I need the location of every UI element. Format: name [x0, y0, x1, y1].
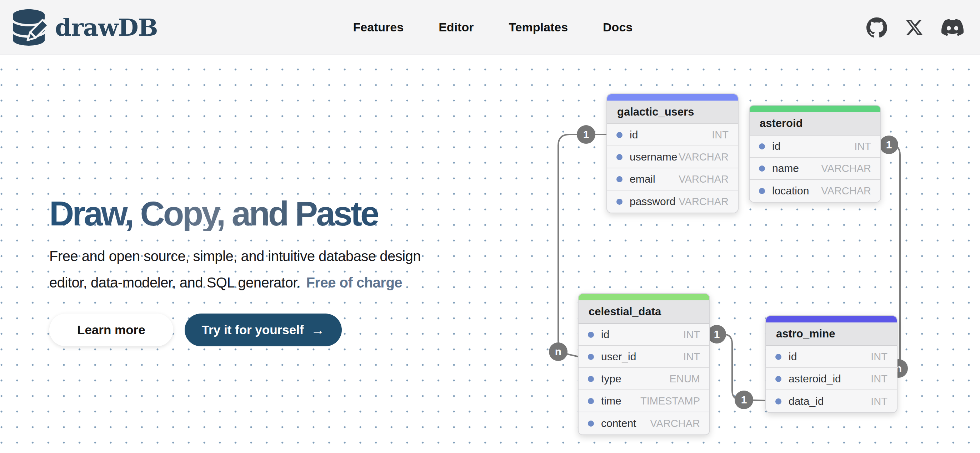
cardinality-badge-1: 1 — [577, 125, 595, 144]
field-dot-icon — [588, 332, 594, 338]
field-dot-icon — [775, 398, 781, 404]
discord-icon[interactable] — [942, 16, 964, 38]
field-dot-icon — [588, 398, 594, 404]
cardinality-badge-1: 1 — [708, 325, 726, 344]
field-type: INT — [871, 396, 888, 407]
table-title: celestial_data — [579, 300, 709, 324]
field-name: id — [601, 328, 609, 341]
table-asteroid: asteroididINTnameVARCHARlocationVARCHAR — [749, 105, 881, 203]
drawdb-logo[interactable]: drawDB — [13, 9, 158, 46]
table-astro_mine: astro_mineidINTasteroid_idINTdata_idINT — [765, 315, 897, 413]
nav-link-templates[interactable]: Templates — [509, 20, 568, 34]
field-dot-icon — [759, 143, 765, 149]
github-icon[interactable] — [866, 17, 887, 38]
field-type: VARCHAR — [679, 173, 729, 185]
field-type: VARCHAR — [650, 418, 700, 429]
field-row-content: contentVARCHAR — [579, 412, 709, 434]
field-type: INT — [871, 351, 888, 363]
field-dot-icon — [588, 354, 594, 360]
field-type: INT — [854, 141, 871, 152]
table-accent-strip — [607, 94, 738, 101]
field-dot-icon — [616, 199, 622, 205]
field-dot-icon — [759, 166, 765, 171]
field-type: VARCHAR — [821, 163, 871, 174]
field-name: password — [630, 195, 675, 207]
field-row-asteroid_id: asteroid_idINT — [766, 368, 897, 390]
main-nav: FeaturesEditorTemplatesDocs — [353, 0, 633, 55]
field-dot-icon — [775, 354, 781, 360]
table-title: galactic_users — [607, 101, 738, 124]
subtitle-line-2: editor, data-modeler, and SQL generator. — [49, 275, 301, 290]
database-pencil-icon — [13, 9, 49, 46]
free-of-charge-link[interactable]: Free of charge — [306, 275, 402, 290]
field-type: VARCHAR — [679, 151, 729, 163]
table-accent-strip — [766, 316, 897, 322]
field-type: TIMESTAMP — [640, 395, 700, 407]
field-row-data_id: data_idINT — [766, 390, 897, 412]
field-row-id: idINT — [607, 124, 738, 146]
field-name: id — [789, 351, 797, 363]
field-row-id: idINT — [766, 346, 897, 368]
table-galactic_users: galactic_usersidINTusernameVARCHARemailV… — [606, 93, 738, 213]
top-nav-bar: drawDB FeaturesEditorTemplatesDocs — [0, 0, 980, 55]
try-it-button[interactable]: Try it for yourself→ — [185, 314, 342, 346]
table-title: asteroid — [749, 112, 880, 136]
learn-more-button[interactable]: Learn more — [49, 314, 173, 346]
field-type: INT — [683, 351, 700, 363]
subtitle-line-1: Free and open source, simple, and intuit… — [49, 248, 421, 264]
table-celestial_data: celestial_dataidINTuser_idINTtypeENUMtim… — [578, 293, 710, 435]
field-name: user_id — [601, 351, 636, 363]
diagram-canvas: 1n111n galactic_usersidINTusernameVARCHA… — [0, 55, 980, 452]
field-dot-icon — [759, 188, 765, 194]
field-name: name — [772, 162, 799, 174]
field-name: data_id — [789, 395, 824, 407]
nav-link-editor[interactable]: Editor — [439, 20, 474, 34]
nav-link-features[interactable]: Features — [353, 20, 404, 34]
arrow-right-icon: → — [311, 322, 325, 338]
field-name: location — [772, 185, 809, 197]
field-name: content — [601, 417, 636, 429]
field-dot-icon — [616, 154, 622, 160]
social-links — [866, 16, 964, 38]
field-name: asteroid_id — [789, 373, 841, 385]
hero-title: Draw, Copy, and Paste — [49, 196, 421, 231]
field-row-password: passwordVARCHAR — [607, 190, 738, 212]
hero-section: Draw, Copy, and Paste Free and open sour… — [49, 196, 421, 346]
field-dot-icon — [616, 132, 622, 138]
table-accent-strip — [749, 106, 880, 112]
field-dot-icon — [616, 176, 622, 182]
field-row-id: idINT — [749, 136, 880, 158]
field-type: INT — [683, 329, 700, 341]
field-name: time — [601, 395, 621, 407]
cardinality-badge-1: 1 — [880, 136, 898, 154]
field-name: id — [630, 129, 638, 141]
cardinality-badge-1: 1 — [735, 391, 753, 409]
field-type: VARCHAR — [821, 185, 871, 197]
nav-link-docs[interactable]: Docs — [603, 20, 633, 34]
table-accent-strip — [579, 294, 709, 300]
field-row-name: nameVARCHAR — [749, 158, 880, 180]
field-type: INT — [712, 129, 729, 141]
field-type: VARCHAR — [679, 196, 729, 207]
brand-name: drawDB — [55, 14, 158, 41]
field-row-time: timeTIMESTAMP — [579, 390, 709, 412]
field-row-type: typeENUM — [579, 368, 709, 390]
hero-subtitle: Free and open source, simple, and intuit… — [49, 243, 421, 296]
field-name: type — [601, 373, 621, 385]
field-dot-icon — [775, 376, 781, 382]
field-name: id — [772, 140, 780, 152]
field-row-user_id: user_idINT — [579, 346, 709, 368]
field-dot-icon — [588, 421, 594, 427]
field-name: email — [630, 173, 655, 185]
x-icon[interactable] — [905, 18, 924, 37]
table-title: astro_mine — [766, 322, 897, 346]
field-row-id: idINT — [579, 324, 709, 346]
field-type: INT — [871, 373, 888, 385]
field-row-location: locationVARCHAR — [749, 180, 880, 202]
field-row-email: emailVARCHAR — [607, 168, 738, 190]
field-dot-icon — [588, 376, 594, 382]
field-type: ENUM — [670, 373, 700, 385]
cta-row: Learn more Try it for yourself→ — [49, 314, 421, 346]
field-name: username — [630, 151, 677, 163]
cardinality-badge-n: n — [549, 342, 568, 361]
